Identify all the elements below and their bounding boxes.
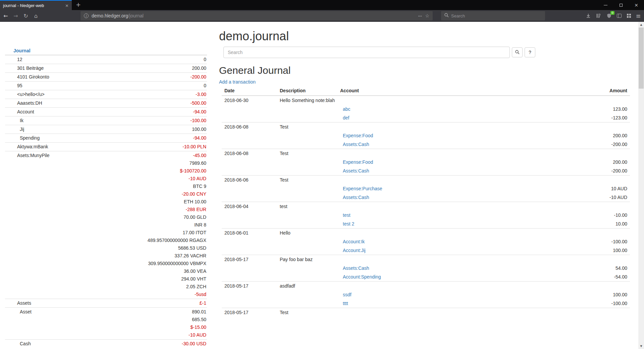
sidebar-toggle-icon[interactable] (614, 10, 624, 21)
journal-search-input[interactable] (223, 47, 510, 58)
transaction-row: 2018-06-08 Test (222, 122, 630, 132)
new-tab-button[interactable]: + (72, 0, 85, 10)
transaction-row: 2018-06-04 test (222, 202, 630, 211)
account-link[interactable]: 301 Beiträge (17, 65, 44, 71)
column-description: Description (277, 86, 337, 96)
transaction-date: 2018-06-01 (222, 229, 277, 238)
account-balance: -10 AUD (92, 175, 206, 183)
bookmark-star-icon[interactable]: ☆ (425, 13, 429, 18)
journal-link[interactable]: Journal (13, 48, 31, 53)
posting-account-link[interactable]: Assets:Cash (343, 195, 369, 200)
menu-icon[interactable]: ≡ (634, 10, 643, 21)
account-link[interactable]: Spending (20, 135, 40, 141)
posting-amount: -54.00 (556, 272, 630, 282)
account-balance: -500.00 (92, 99, 206, 107)
adblock-extension-icon[interactable]: 0 (604, 10, 614, 21)
account-link[interactable]: Aaasets:DH (17, 100, 42, 106)
library-icon[interactable] (594, 10, 603, 21)
transaction-date: 2018-06-04 (222, 202, 277, 211)
posting-account-link[interactable]: Account:Ik (343, 239, 365, 244)
account-balance: -5usd (92, 291, 206, 298)
posting-account-link[interactable]: def (343, 115, 349, 120)
site-info-icon[interactable]: i (84, 13, 89, 18)
posting-amount: -123.00 (556, 113, 630, 122)
posting-account-link[interactable]: Assets:Cash (343, 142, 369, 147)
posting-account-link[interactable]: Account:Jij (343, 248, 366, 253)
close-button[interactable]: × (629, 0, 644, 10)
account-link[interactable]: Aktywa:mBank (17, 144, 48, 149)
account-link[interactable]: Account (17, 109, 34, 114)
browser-search-field[interactable]: Search (441, 11, 545, 20)
posting-row: Expense:Purchase 10 AUD (222, 184, 630, 193)
account-balance: BTC 9 (92, 183, 206, 190)
posting-row: Assets:Cash -10 AUD (222, 193, 630, 202)
posting-account-link[interactable]: ssdf (343, 292, 352, 297)
url-text: demo.hledger.org/journal (92, 13, 415, 18)
posting-account-link[interactable]: tttt (343, 301, 348, 306)
posting-amount: 123.00 (556, 105, 630, 113)
posting-account-link[interactable]: Expense:Food (343, 133, 373, 138)
account-link[interactable]: Asets:MunyPile (17, 153, 49, 158)
transaction-row: 2018-05-17 asdfadf (222, 282, 630, 291)
account-row: Aktywa:mBank -10.00 PLN (5, 143, 207, 151)
posting-account-link[interactable]: test 2 (343, 221, 354, 227)
account-row: Account -94.00 (5, 108, 207, 116)
minimize-button[interactable] (598, 0, 613, 10)
account-link[interactable]: 95 (17, 83, 22, 88)
search-icon (444, 13, 449, 19)
restore-button[interactable] (613, 0, 629, 10)
account-row: 95 0 (5, 82, 207, 90)
posting-account-link[interactable]: Expense:Food (343, 159, 373, 165)
browser-tab[interactable]: journal - hledger-web × (0, 0, 72, 10)
page-actions-icon[interactable]: ••• (418, 14, 422, 17)
back-icon[interactable]: ← (1, 10, 11, 21)
account-link[interactable]: <u>hello</u> (17, 92, 45, 97)
posting-account-link[interactable]: Assets:Cash (343, 168, 369, 173)
search-help-button[interactable]: ? (525, 47, 535, 57)
account-link[interactable]: Cash (20, 341, 31, 346)
posting-row: Account:Jij 100.00 (222, 246, 630, 255)
posting-account-link[interactable]: abc (343, 106, 351, 112)
transaction-date: 2018-06-30 (222, 96, 277, 105)
add-transaction-link[interactable]: Add a transaction (219, 79, 256, 85)
transaction-description: Pay foo bar baz (277, 255, 556, 264)
accounts-sidebar: Journal 12 0 301 Beiträge 200.00 4101 Gi… (5, 47, 207, 349)
account-balance: -20.00 CNY (92, 190, 206, 198)
posting-amount: 100.00 (556, 290, 630, 299)
account-link[interactable]: 4101 Girokonto (17, 74, 49, 80)
search-magnifier-icon (515, 50, 520, 55)
grid-apps-icon[interactable] (624, 10, 634, 21)
extension-badge: 0 (610, 11, 614, 15)
posting-amount: -10.00 (556, 211, 630, 219)
scrollbar-down-arrow[interactable]: ▼ (638, 343, 644, 349)
account-link[interactable]: Ik (20, 118, 23, 123)
url-path: /journal (128, 13, 144, 18)
posting-account-link[interactable]: test (343, 212, 351, 218)
scrollbar-up-arrow[interactable]: ▲ (638, 22, 644, 28)
posting-account-link[interactable]: Account:Spending (343, 274, 381, 280)
forward-icon[interactable]: → (11, 10, 21, 21)
account-row: Aaasets:DH -500.00 (5, 99, 207, 108)
reload-icon[interactable]: ↻ (21, 10, 31, 21)
account-link[interactable]: Assets (17, 300, 31, 306)
transaction-row: 2018-06-08 Test (222, 149, 630, 158)
posting-row: Expense:Food 200.00 (222, 158, 630, 166)
account-balance: 36.00 VEA (92, 267, 206, 275)
tab-close-icon[interactable]: × (65, 3, 69, 8)
posting-account-link[interactable]: Expense:Purchase (343, 186, 382, 191)
home-icon[interactable]: ⌂ (31, 10, 41, 21)
account-link[interactable]: 12 (17, 57, 22, 62)
search-submit-button[interactable] (512, 47, 523, 57)
account-link[interactable]: Asset (20, 309, 32, 314)
account-balance: 489.957000000000 RGAGX (92, 237, 206, 244)
account-link[interactable]: Jij (20, 127, 24, 132)
posting-row: Expense:Food 200.00 (222, 131, 630, 140)
scrollbar-thumb[interactable] (639, 28, 644, 89)
posting-account-link[interactable]: Assets:Cash (343, 265, 369, 271)
page-scrollbar[interactable]: ▲ ▼ (638, 22, 644, 349)
downloads-icon[interactable] (584, 10, 593, 21)
account-balance: 294.00 VHT (92, 275, 206, 283)
address-bar[interactable]: i demo.hledger.org/journal ••• ☆ (80, 11, 433, 20)
account-balance: -30.00 USD (92, 340, 206, 348)
posting-row: abc 123.00 (222, 105, 630, 113)
